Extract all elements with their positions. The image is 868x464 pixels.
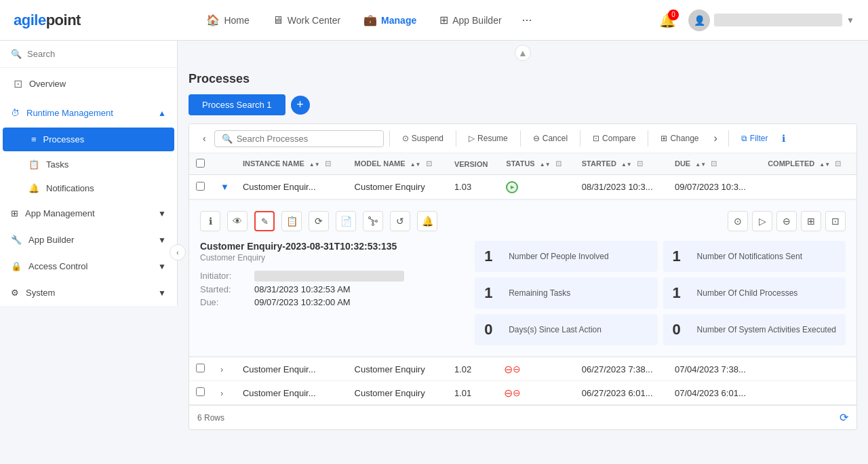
row1-status xyxy=(499,175,574,199)
sidebar-item-processes[interactable]: ≡ Processes xyxy=(3,128,174,151)
filter-button[interactable]: ⧉ Filter xyxy=(734,131,775,146)
search-processes-area[interactable]: 🔍 xyxy=(214,130,384,147)
sort-started-icon[interactable]: ▲▼ xyxy=(621,161,632,168)
sort-instance-name-icon[interactable]: ▲▼ xyxy=(309,161,320,168)
tab-process-search-1[interactable]: Process Search 1 xyxy=(189,94,285,115)
sidebar-section-appmanagement[interactable]: ⊞ App Management ▼ xyxy=(0,200,177,227)
search-processes-icon: 🔍 xyxy=(222,134,233,144)
nav-appbuilder[interactable]: ⊞ App Builder xyxy=(430,9,511,31)
tool-bell-button[interactable]: 🔔 xyxy=(417,211,437,231)
filter-icon: ⧉ xyxy=(741,134,747,143)
rt-icon-3[interactable]: ⊖ xyxy=(776,211,797,231)
tool-clipboard-button[interactable]: 📋 xyxy=(281,211,302,231)
briefcase-icon: 💼 xyxy=(363,14,377,26)
rt-icon-5[interactable]: ⊡ xyxy=(825,211,846,231)
refresh-table-button[interactable]: ⟳ xyxy=(840,412,848,423)
resume-button[interactable]: ▷ Resume xyxy=(462,131,515,146)
filter-due-icon[interactable]: ⊡ xyxy=(711,159,717,168)
appbuilder-chevron-icon: ▼ xyxy=(158,235,166,245)
row3-model-name: Customer Enquiry xyxy=(348,381,448,405)
rt-icon-2[interactable]: ▷ xyxy=(752,211,772,231)
sort-completed-icon[interactable]: ▲▼ xyxy=(819,161,830,168)
sort-status-icon[interactable]: ▲▼ xyxy=(540,161,551,168)
nav-workcenter[interactable]: 🖥 Work Center xyxy=(263,10,350,31)
overview-icon: ⊡ xyxy=(14,77,22,90)
sidebar-item-overview[interactable]: ⊡ Overview xyxy=(3,69,174,98)
sidebar-search-area[interactable]: 🔍 xyxy=(0,41,177,68)
notifications-bell-button[interactable]: 🔔 0 xyxy=(655,8,680,33)
rt-icon-4[interactable]: ⊞ xyxy=(801,211,821,231)
back-button[interactable]: ‹ xyxy=(197,130,212,147)
tool-tree-button[interactable] xyxy=(363,211,383,231)
row3-expand-button[interactable]: › xyxy=(220,388,223,398)
top-collapse-area: ▲ xyxy=(178,41,868,65)
tool-history-button[interactable]: ⟳ xyxy=(309,211,329,231)
change-button[interactable]: ⊞ Change xyxy=(654,131,705,146)
sidebar-collapse-button[interactable]: ‹ xyxy=(170,244,186,260)
top-navigation: agilepoint 🏠 Home 🖥 Work Center 💼 Manage… xyxy=(0,0,868,41)
monitor-icon: 🖥 xyxy=(273,14,283,26)
tool-document-button[interactable]: 📄 xyxy=(336,211,356,231)
row2-checkbox[interactable] xyxy=(196,364,205,372)
th-due: DUE ▲▼ ⊡ xyxy=(668,153,761,175)
row2-started: 06/27/2023 7:38... xyxy=(575,357,668,381)
info-button[interactable]: ℹ xyxy=(778,130,789,147)
row2-expand-button[interactable]: › xyxy=(220,364,223,374)
appbuilder-icon: 🔧 xyxy=(11,235,22,245)
sidebar-item-notifications[interactable]: 🔔 Notifications xyxy=(0,176,177,200)
cancel-button[interactable]: ⊖ Cancel xyxy=(526,131,574,146)
sidebar-section-system[interactable]: ⚙ System ▼ xyxy=(0,279,177,306)
select-all-checkbox[interactable] xyxy=(196,159,205,168)
runtime-chevron-icon: ▲ xyxy=(158,109,166,118)
row1-checkbox[interactable] xyxy=(196,182,205,191)
suspend-button[interactable]: ⊙ Suspend xyxy=(395,131,450,146)
sort-model-name-icon[interactable]: ▲▼ xyxy=(410,161,421,168)
filter-model-name-icon[interactable]: ⊡ xyxy=(426,159,432,168)
sidebar-section-appbuilder[interactable]: 🔧 App Builder ▼ xyxy=(0,227,177,253)
compare-button[interactable]: ⊡ Compare xyxy=(586,131,642,146)
table-toolbar: ‹ 🔍 ⊙ Suspend ▷ Resume xyxy=(189,124,856,153)
sidebar-item-tasks[interactable]: 📋 Tasks xyxy=(0,153,177,176)
tool-view-button[interactable]: 👁 xyxy=(227,211,248,231)
row3-checkbox-cell xyxy=(189,381,214,405)
row1-completed xyxy=(761,175,856,199)
row2-model-name: Customer Enquiry xyxy=(348,357,448,381)
accesscontrol-chevron-icon: ▼ xyxy=(158,262,166,271)
sidebar-section-accesscontrol[interactable]: 🔒 Access Control ▼ xyxy=(0,253,177,279)
nav-manage[interactable]: 💼 Manage xyxy=(354,9,426,31)
sort-due-icon[interactable]: ▲▼ xyxy=(695,161,706,168)
toolbar-more-arrow[interactable]: › xyxy=(709,130,723,147)
row-count-label: 6 Rows xyxy=(197,413,224,423)
row3-status: ⊖ xyxy=(499,381,574,405)
filter-instance-name-icon[interactable]: ⊡ xyxy=(325,159,331,168)
nav-home[interactable]: 🏠 Home xyxy=(197,9,258,31)
filter-status-icon[interactable]: ⊡ xyxy=(555,159,561,168)
nav-more-button[interactable]: ··· xyxy=(515,9,539,31)
th-checkbox xyxy=(189,153,214,175)
stat-notifications-sent: 1 Number Of Notifications Sent xyxy=(663,241,846,272)
top-collapse-button[interactable]: ▲ xyxy=(515,45,531,61)
row2-version: 1.02 xyxy=(448,357,499,381)
notifications-icon: 🔔 xyxy=(28,183,39,193)
search-processes-input[interactable] xyxy=(237,134,376,144)
logo[interactable]: agilepoint xyxy=(14,12,81,29)
row1-expand-button[interactable]: ▼ xyxy=(220,182,229,192)
appmanagement-chevron-icon: ▼ xyxy=(158,209,166,218)
th-model-name: MODEL NAME ▲▼ ⊡ xyxy=(348,153,448,175)
system-chevron-icon: ▼ xyxy=(158,288,166,298)
sidebar-search-input[interactable] xyxy=(27,49,166,59)
page-title: Processes xyxy=(189,65,857,94)
tool-info-button[interactable]: ℹ xyxy=(200,211,220,231)
user-menu-button[interactable]: 👤 ██████████████ ▼ xyxy=(688,9,854,31)
tool-edit-button[interactable]: ✎ xyxy=(254,211,275,231)
rt-icon-1[interactable]: ⊙ xyxy=(728,211,748,231)
filter-started-icon[interactable]: ⊡ xyxy=(637,159,643,168)
add-tab-button[interactable]: + xyxy=(291,96,310,115)
sidebar-section-runtime[interactable]: ⏱ Runtime Management ▲ xyxy=(0,100,177,126)
table-footer: 6 Rows ⟳ xyxy=(189,405,856,429)
tool-refresh-button[interactable]: ↺ xyxy=(390,211,410,231)
row3-checkbox[interactable] xyxy=(196,387,205,396)
row2-due: 07/04/2023 7:38... xyxy=(668,357,761,381)
filter-completed-icon[interactable]: ⊡ xyxy=(835,159,841,168)
th-completed: COMPLETED ▲▼ ⊡ xyxy=(761,153,856,175)
